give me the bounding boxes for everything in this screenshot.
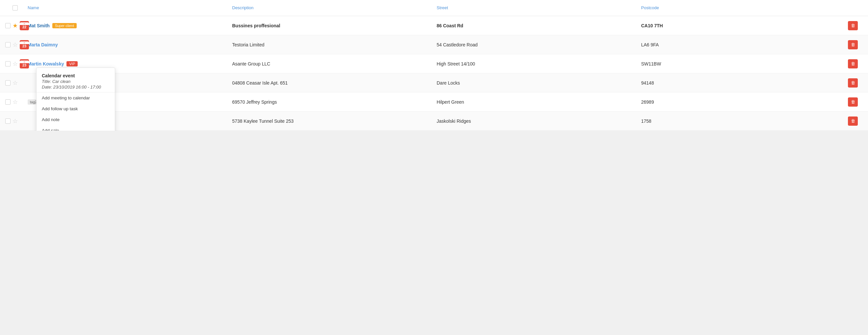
calendar-date: 22: [22, 25, 26, 29]
street-cell: 86 Coast Rd: [434, 21, 639, 31]
table-row: ★ ▪▪ 22 Mat Smith Super client Bussines …: [0, 16, 868, 35]
row-controls: ☆: [5, 96, 25, 108]
star-icon[interactable]: ☆: [12, 41, 18, 49]
select-all-checkbox[interactable]: [12, 5, 18, 10]
name-cell: Mat Smith Super client: [25, 21, 230, 31]
row-checkbox[interactable]: [5, 23, 10, 28]
calendar-icon[interactable]: ▪▪ 22: [20, 21, 29, 30]
table-row: ☆ 5738 Kaylee Tunnel Suite 253 Jaskolski…: [0, 112, 868, 131]
calendar-icon[interactable]: ▪▪ 23: [20, 59, 29, 68]
contact-name-link[interactable]: Mat Smith: [28, 23, 50, 28]
street-cell: 54 Castledore Road: [434, 39, 639, 50]
star-icon[interactable]: ☆: [12, 118, 18, 125]
description-cell: 5738 Kaylee Tunnel Suite 253: [230, 116, 434, 126]
street-cell: Dare Locks: [434, 78, 639, 88]
table-row: ☆ tag2 tag3 69570 Jeffrey Springs Hilper…: [0, 92, 868, 112]
calendar-top-bar: ▪▪: [20, 22, 29, 25]
description-cell: 69570 Jeffrey Springs: [230, 97, 434, 107]
star-icon[interactable]: ★: [12, 22, 18, 29]
calendar-top-bar: ▪▪: [20, 61, 29, 63]
star-icon[interactable]: ☆: [12, 79, 18, 87]
menu-item-add-note[interactable]: Add note: [36, 114, 115, 125]
context-menu: Calendar event Title: Car clean Date: 23…: [36, 67, 115, 131]
delete-button[interactable]: 🗑: [848, 21, 858, 30]
table-header: Name Description Street Postcode: [0, 0, 868, 16]
menu-item-add-followup[interactable]: Add follow up task: [36, 103, 115, 114]
contact-name-link[interactable]: Martin Kowalsky: [28, 61, 64, 66]
action-cell: 🗑: [843, 21, 863, 30]
row-controls: ★ ▪▪ 22: [5, 19, 25, 33]
title-label: Title: Car clean: [42, 79, 70, 84]
delete-button[interactable]: 🗑: [848, 78, 858, 88]
calendar-date: 23: [22, 44, 26, 48]
calendar-event-detail-title: Title: Car clean: [42, 79, 110, 84]
header-street: Street: [434, 3, 639, 12]
star-icon[interactable]: ☆: [12, 98, 18, 105]
row-checkbox[interactable]: [5, 42, 10, 48]
row-controls: ☆: [5, 115, 25, 127]
header-checkbox-cell: [5, 3, 25, 12]
header-description: Description: [230, 3, 434, 12]
contact-name-link[interactable]: Marta Daimny: [28, 42, 58, 48]
row-controls: ☆: [5, 77, 25, 89]
star-icon[interactable]: ☆: [12, 60, 18, 67]
table-row: ☆ ▪▪ 23 Marta Daimny Testoria Limited 54…: [0, 35, 868, 54]
delete-button[interactable]: 🗑: [848, 97, 858, 106]
description-cell: 04808 Ceasar Isle Apt. 651: [230, 78, 434, 88]
postcode-cell: 94148: [639, 78, 843, 88]
name-cell: Marta Daimny: [25, 39, 230, 50]
action-cell: 🗑: [843, 40, 863, 49]
row-controls: ☆ ▪▪ 23: [5, 37, 25, 52]
header-postcode: Postcode: [639, 3, 843, 12]
action-cell: 🗑: [843, 97, 863, 106]
street-cell: Jaskolski Ridges: [434, 116, 639, 126]
action-cell: 🗑: [843, 78, 863, 88]
vip-badge: VIP: [66, 61, 78, 66]
table-row: ☆ 04808 Ceasar Isle Apt. 651 Dare Locks …: [0, 73, 868, 92]
header-name: Name: [25, 3, 230, 12]
table-row: ☆ ▪▪ 23 Martin Kowalsky VIP Asante Group…: [0, 54, 868, 73]
description-cell: Testoria Limited: [230, 39, 434, 50]
delete-button[interactable]: 🗑: [848, 59, 858, 68]
row-checkbox[interactable]: [5, 80, 10, 86]
menu-item-add-sale[interactable]: Add sale: [36, 125, 115, 131]
super-client-badge: Super client: [52, 23, 77, 28]
context-menu-header: Calendar event Title: Car clean Date: 23…: [36, 69, 115, 92]
calendar-date: 23: [22, 63, 26, 67]
postcode-cell: SW11BW: [639, 59, 843, 69]
date-label: Date: 23/10/2019 16:00 - 17:00: [42, 85, 101, 90]
description-cell: Asante Group LLC: [230, 59, 434, 69]
contacts-table: Name Description Street Postcode ★ ▪▪ 22…: [0, 0, 868, 131]
delete-button[interactable]: 🗑: [848, 40, 858, 49]
street-cell: High Street 14/100: [434, 59, 639, 69]
action-cell: 🗑: [843, 117, 863, 126]
row-checkbox[interactable]: [5, 99, 10, 105]
row-checkbox[interactable]: [5, 119, 10, 124]
postcode-cell: CA10 7TH: [639, 21, 843, 31]
row-checkbox[interactable]: [5, 61, 10, 66]
menu-item-add-meeting[interactable]: Add meeting to calendar: [36, 92, 115, 103]
row-controls: ☆ ▪▪ 23: [5, 57, 25, 71]
postcode-cell: 1758: [639, 116, 843, 126]
calendar-top-bar: ▪▪: [20, 41, 29, 44]
street-cell: Hilpert Green: [434, 97, 639, 107]
calendar-event-title: Calendar event: [42, 73, 110, 78]
description-cell: Bussines proffesional: [230, 21, 434, 31]
delete-button[interactable]: 🗑: [848, 117, 858, 126]
calendar-icon[interactable]: ▪▪ 23: [20, 40, 29, 49]
calendar-event-detail-date: Date: 23/10/2019 16:00 - 17:00: [42, 85, 110, 90]
action-cell: 🗑: [843, 59, 863, 68]
postcode-cell: LA6 9FA: [639, 39, 843, 50]
postcode-cell: 26989: [639, 97, 843, 107]
header-actions: [843, 3, 863, 12]
